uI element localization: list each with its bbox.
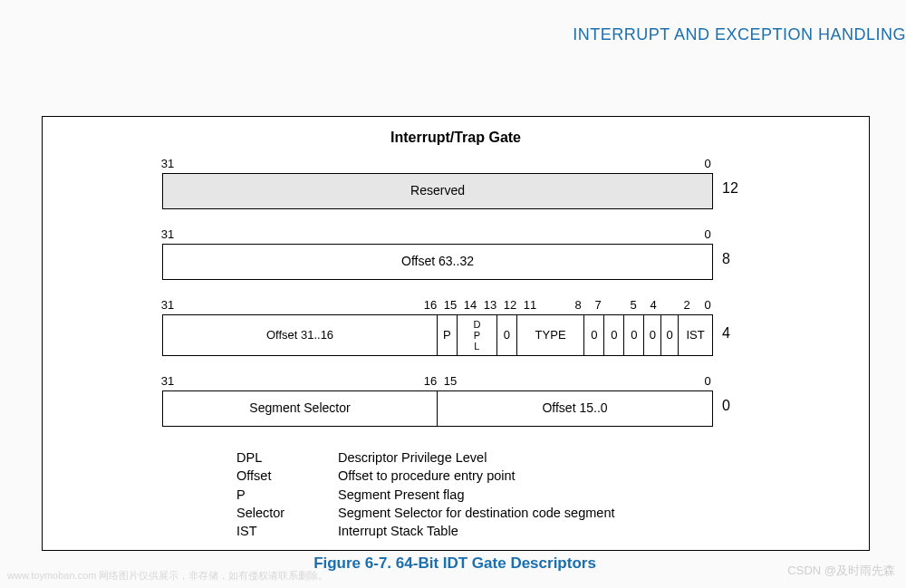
field-zero: 0 — [584, 315, 604, 355]
field-offset-63-32: Offset 63..32 — [163, 245, 712, 279]
bit-labels: 31 0 — [162, 227, 713, 244]
bit-label: 4 — [650, 298, 656, 312]
gate-title: Interrupt/Trap Gate — [43, 130, 869, 146]
field-zero: 0 — [644, 315, 661, 355]
bit-labels: 31 16 15 0 — [162, 374, 713, 390]
byte-offset: 0 — [722, 398, 730, 414]
byte-offset: 12 — [722, 180, 738, 197]
bit-label: 5 — [630, 298, 636, 312]
legend: DPL Descriptor Privilege Level Offset Of… — [236, 448, 614, 540]
row-4: 31 16 15 14 13 12 11 8 7 5 4 2 0 Offset … — [162, 298, 713, 356]
bit-label: 31 — [161, 298, 174, 312]
bit-label: 16 — [424, 298, 437, 312]
watermark-source: www.toymoban.com 网络图片仅供展示，非存储，如有侵权请联系删除。 — [7, 569, 328, 583]
field-ist: IST — [679, 315, 712, 355]
byte-offset: 8 — [722, 251, 730, 267]
descriptor-rows: 31 0 Reserved 12 31 0 Offset 63..32 8 31… — [162, 157, 713, 445]
bit-label: 16 — [424, 374, 437, 388]
bit-label: 31 — [161, 374, 174, 388]
bit-label: 0 — [704, 157, 710, 170]
legend-desc: Interrupt Stack Table — [338, 522, 458, 540]
bit-label: 13 — [484, 298, 496, 312]
bit-label: 31 — [161, 227, 174, 241]
legend-desc: Offset to procedure entry point — [338, 467, 516, 485]
figure-frame: Interrupt/Trap Gate 31 0 Reserved 12 31 … — [42, 116, 870, 551]
page-header: INTERRUPT AND EXCEPTION HANDLING — [573, 25, 906, 44]
field-zero: 0 — [604, 315, 624, 355]
legend-desc: Segment Present flag — [338, 486, 464, 504]
legend-row: IST Interrupt Stack Table — [236, 522, 614, 540]
row-8: 31 0 Offset 63..32 8 — [162, 227, 713, 280]
bit-label: 2 — [683, 298, 689, 312]
field-zero: 0 — [661, 315, 679, 355]
bit-label: 0 — [704, 374, 710, 388]
field-p: P — [438, 315, 458, 355]
legend-row: P Segment Present flag — [236, 486, 614, 504]
row-12: 31 0 Reserved 12 — [162, 157, 713, 209]
bit-labels: 31 16 15 14 13 12 11 8 7 5 4 2 0 — [162, 298, 713, 314]
legend-row: Offset Offset to procedure entry point — [236, 467, 614, 485]
field-bar: Offset 63..32 — [162, 244, 713, 280]
bit-labels: 31 0 — [162, 157, 713, 173]
row-0: 31 16 15 0 Segment Selector Offset 15..0… — [162, 374, 713, 427]
legend-term: Offset — [236, 467, 338, 485]
legend-row: DPL Descriptor Privilege Level — [236, 448, 614, 467]
field-bar: Reserved — [162, 173, 713, 209]
bit-label: 15 — [444, 374, 457, 388]
bit-label: 7 — [594, 298, 601, 312]
field-offset-15-0: Offset 15..0 — [438, 391, 712, 426]
bit-label: 15 — [444, 298, 457, 312]
legend-term: IST — [236, 522, 338, 540]
byte-offset: 4 — [722, 325, 730, 342]
watermark-csdn: CSDN @及时雨先森 — [787, 563, 895, 579]
bit-label: 11 — [524, 298, 536, 312]
bit-label: 12 — [504, 298, 516, 312]
legend-desc: Segment Selector for destination code se… — [338, 504, 614, 522]
field-zero: 0 — [497, 315, 517, 355]
legend-desc: Descriptor Privilege Level — [338, 448, 487, 467]
bit-label: 0 — [704, 227, 710, 241]
field-segment-selector: Segment Selector — [163, 391, 438, 426]
field-bar: Segment Selector Offset 15..0 — [162, 390, 713, 427]
legend-term: P — [236, 486, 338, 504]
field-dpl: D P L — [458, 315, 497, 355]
bit-label: 8 — [574, 298, 581, 312]
legend-row: Selector Segment Selector for destinatio… — [236, 504, 614, 522]
field-reserved: Reserved — [163, 174, 712, 208]
field-bar: Offset 31..16 P D P L 0 TYPE 0 0 0 0 0 I… — [162, 314, 713, 356]
legend-term: Selector — [236, 504, 338, 522]
legend-term: DPL — [236, 448, 338, 467]
bit-label: 0 — [704, 298, 710, 312]
field-zero: 0 — [624, 315, 644, 355]
bit-label: 14 — [464, 298, 477, 312]
bit-label: 31 — [161, 157, 174, 170]
field-type: TYPE — [517, 315, 585, 355]
field-offset-31-16: Offset 31..16 — [163, 315, 438, 355]
